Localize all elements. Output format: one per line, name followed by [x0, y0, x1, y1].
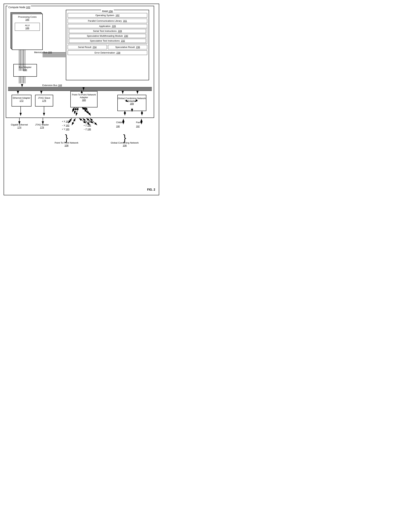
alu-box: ALU 166	[15, 23, 40, 31]
ptp-adapter-box: Point-To-Point Network Adapter 180	[70, 91, 98, 107]
memory-bus-label: Memory Bus 155	[34, 51, 52, 54]
jtag-slave-box: JTAG Slave 176	[35, 95, 53, 106]
compute-node-label: Compute Node 102	[8, 6, 31, 9]
gcn-network: } Global Combining Network 106	[111, 134, 139, 147]
application-group: Application 226 Serial Test Instructions…	[68, 24, 147, 44]
gcn-children-label: Children 190	[116, 121, 124, 128]
ptp-minus-x: − X 182	[62, 124, 69, 128]
ptp-connections-right: − Y 184 + Z 185 − Z 186	[83, 120, 91, 132]
ptp-plus-y: + Y 183	[62, 127, 69, 132]
compute-node-box: Compute Node 102 RAM 156 Operating Syste…	[6, 6, 154, 118]
os-row: Operating System 162	[68, 13, 147, 18]
ptp-network: } Point To Point Network 108	[55, 134, 78, 147]
svg-line-34	[83, 107, 89, 114]
svg-line-33	[74, 107, 76, 114]
speculative-result: Speculative Result 236	[108, 45, 147, 49]
proc-cores-box: Processing Cores 165 ALU 166	[12, 14, 43, 50]
bus-adapter-box: Bus Adapter 194	[13, 64, 37, 77]
ram-label: RAM 156	[101, 10, 114, 13]
gcn-parent-label: Parent 192	[136, 121, 142, 128]
results-row: Serial Result 234 Speculative Result 236	[68, 45, 147, 49]
extension-bus-label: Extension Bus 168	[42, 84, 62, 87]
svg-line-31	[72, 107, 75, 112]
ptp-plus-x: + X 181	[62, 120, 69, 124]
ethernet-adapter-box: Ethernet Adapter 172	[12, 95, 31, 106]
svg-line-32	[82, 107, 87, 112]
speculative-mt-row: Speculative Multithreading Module 230	[69, 34, 146, 38]
gigabit-ethernet-label: Gigabit Ethernet 174	[8, 123, 30, 129]
svg-line-35	[76, 107, 78, 116]
gcna-box: Global Combining Network Adapter 188	[117, 95, 146, 111]
application-title: Application 226	[68, 24, 147, 28]
error-determination-row: Error Determination 238	[68, 51, 147, 55]
proc-cores-label: Processing Cores 165	[12, 15, 42, 21]
pcl-row: Parallel Communications Library 161	[68, 19, 147, 23]
ptp-minus-y: − Y 184	[83, 120, 91, 124]
svg-line-36	[85, 107, 91, 116]
speculative-test-row: Speculative Test Instructions 232	[69, 39, 146, 43]
ptp-connections: + X 181 − X 182 + Y 183	[62, 120, 69, 132]
diagram-container: Compute Node 102 RAM 156 Operating Syste…	[4, 4, 159, 195]
svg-line-46	[72, 118, 75, 125]
serial-test-row: Serial Test Instructions 228	[69, 29, 146, 33]
ptp-plus-z: + Z 185	[83, 124, 91, 128]
ram-box: RAM 156 Operating System 162 Parallel Co…	[66, 10, 149, 80]
jtag-master-label: JTAG Master 178	[32, 123, 52, 129]
ptp-minus-z: − Z 186	[83, 127, 91, 132]
fig-label: FIG. 2	[147, 188, 155, 191]
serial-result: Serial Result 234	[68, 45, 107, 49]
